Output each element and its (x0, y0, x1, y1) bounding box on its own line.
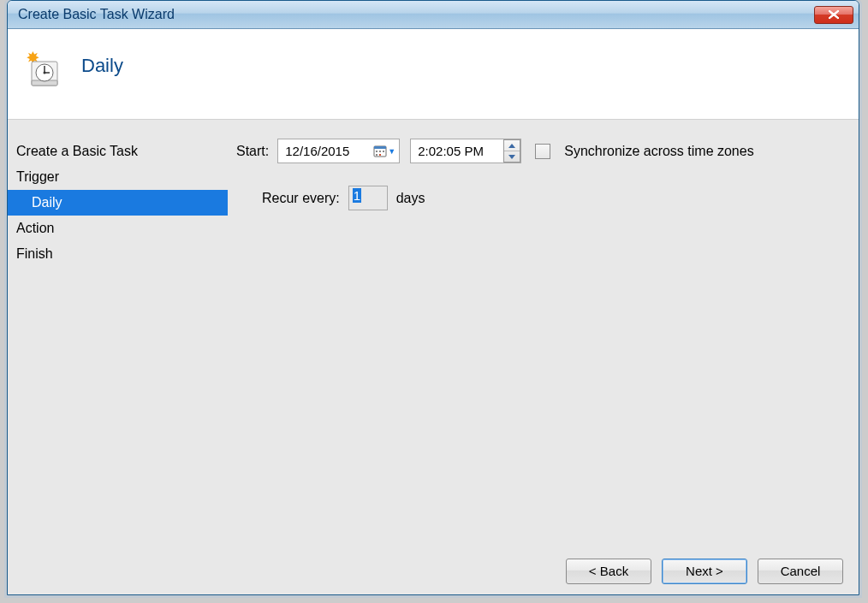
wizard-body: Create a Basic Task Trigger Daily Action… (8, 119, 859, 547)
start-label: Start: (236, 144, 269, 159)
wizard-window: Create Basic Task Wizard Daily Create a … (7, 0, 859, 595)
svg-rect-11 (383, 151, 384, 152)
svg-rect-13 (379, 154, 381, 156)
days-label: days (396, 191, 425, 206)
date-value: 12/16/2015 (285, 144, 373, 158)
svg-point-6 (44, 72, 46, 74)
svg-rect-12 (376, 154, 378, 156)
page-title: Daily (81, 55, 123, 77)
wizard-icon (25, 51, 61, 87)
back-button[interactable]: < Back (566, 559, 651, 584)
recur-label: Recur every: (262, 191, 340, 206)
titlebar[interactable]: Create Basic Task Wizard (8, 1, 859, 29)
calendar-icon (373, 145, 387, 158)
sync-checkbox[interactable] (535, 144, 550, 159)
recur-input[interactable]: 1 (348, 186, 388, 210)
spinner-up-button[interactable] (504, 140, 520, 151)
sidebar-item-trigger[interactable]: Trigger (8, 164, 228, 190)
time-spinner[interactable] (503, 139, 520, 163)
svg-marker-14 (508, 144, 515, 148)
next-button[interactable]: Next > (662, 559, 747, 584)
chevron-down-icon: ▼ (388, 147, 395, 156)
svg-rect-10 (379, 151, 381, 152)
time-value: 2:02:05 PM (418, 144, 503, 158)
date-field[interactable]: 12/16/2015 ▼ (277, 139, 400, 163)
start-row: Start: 12/16/2015 ▼ (236, 139, 841, 163)
sidebar-item-finish[interactable]: Finish (8, 241, 228, 267)
sidebar-item-create-basic-task[interactable]: Create a Basic Task (8, 139, 228, 164)
time-field[interactable]: 2:02:05 PM (410, 139, 521, 163)
chevron-up-icon (508, 144, 515, 148)
footer: < Back Next > Cancel (8, 547, 859, 594)
date-picker-button[interactable]: ▼ (373, 145, 395, 158)
recur-row: Recur every: 1 days (262, 186, 841, 210)
chevron-down-icon (508, 155, 515, 159)
svg-marker-15 (508, 155, 515, 159)
svg-rect-9 (376, 151, 378, 152)
sidebar: Create a Basic Task Trigger Daily Action… (8, 120, 228, 547)
content-pane: Start: 12/16/2015 ▼ (228, 120, 859, 547)
window-title: Create Basic Task Wizard (13, 7, 814, 22)
sidebar-item-daily[interactable]: Daily (8, 190, 228, 216)
svg-rect-8 (374, 146, 386, 149)
wizard-header: Daily (8, 29, 859, 119)
close-button[interactable] (814, 6, 853, 24)
recur-value: 1 (353, 188, 361, 203)
spinner-down-button[interactable] (504, 151, 520, 162)
close-icon (828, 9, 840, 20)
sidebar-item-action[interactable]: Action (8, 216, 228, 241)
sync-label: Synchronize across time zones (564, 144, 753, 159)
cancel-button[interactable]: Cancel (758, 559, 843, 584)
